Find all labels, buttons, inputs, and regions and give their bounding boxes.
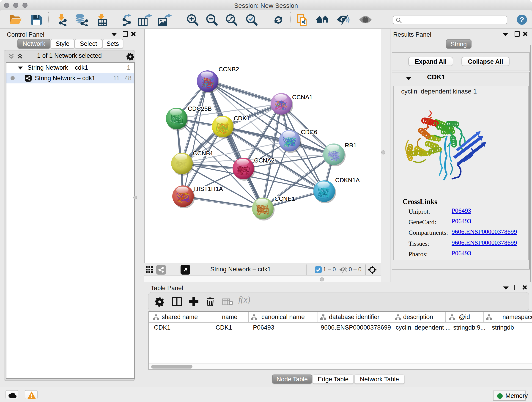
svg-text:CCNA2: CCNA2	[254, 157, 274, 164]
svg-text:CDC25B: CDC25B	[188, 105, 212, 112]
svg-text:CDKN1A: CDKN1A	[335, 177, 360, 184]
svg-text:HIST1H1A: HIST1H1A	[194, 185, 223, 192]
svg-text:CCNA1: CCNA1	[292, 94, 312, 101]
svg-text:RB1: RB1	[345, 142, 356, 149]
svg-text:CCNB2: CCNB2	[219, 66, 239, 73]
svg-text:?: ?	[520, 16, 524, 24]
svg-text:CCNE1: CCNE1	[274, 195, 295, 202]
svg-text:CCNB1: CCNB1	[193, 150, 213, 157]
svg-text:CDK1: CDK1	[234, 115, 250, 122]
svg-text:CDC6: CDC6	[301, 128, 317, 135]
